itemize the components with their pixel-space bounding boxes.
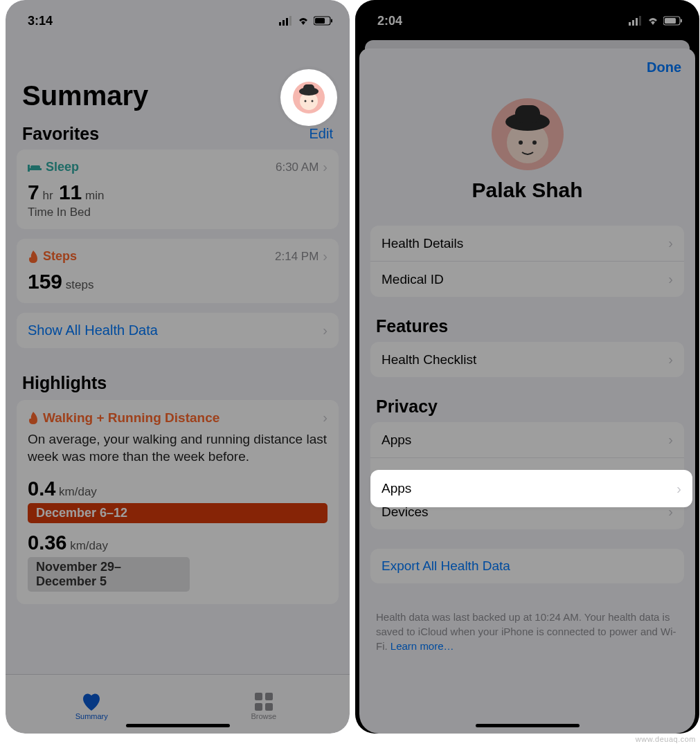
flame-icon: [28, 251, 39, 263]
svg-rect-28: [515, 105, 540, 123]
favorites-title: Favorites: [22, 124, 99, 144]
steps-card[interactable]: Steps 2:14 PM › 159 steps: [17, 239, 339, 303]
svg-rect-19: [629, 22, 631, 26]
status-icons: [279, 16, 333, 26]
phone-summary: 3:14 Summary Favorites Edit Sleep 6:30 A…: [6, 0, 350, 734]
chevron-right-icon: ›: [323, 159, 327, 175]
walking-distance-card[interactable]: Walking + Running Distance › On average,…: [17, 400, 339, 604]
grid-icon: [255, 693, 273, 711]
flame-icon: [28, 412, 39, 424]
walking-body: On average, your walking and running dis…: [28, 431, 327, 465]
medical-id-item[interactable]: Medical ID ›: [370, 261, 684, 297]
sleep-sub: Time In Bed: [28, 206, 327, 219]
chevron-right-icon: ›: [668, 235, 673, 251]
svg-point-29: [519, 140, 523, 145]
svg-point-17: [305, 100, 307, 102]
steps-time: 2:14 PM ›: [275, 248, 327, 264]
svg-rect-9: [30, 165, 40, 169]
favorites-header: Favorites Edit: [6, 124, 350, 149]
health-checklist-item[interactable]: Health Checklist ›: [370, 342, 684, 377]
avatar: [293, 82, 325, 113]
svg-point-30: [532, 140, 537, 145]
health-details-item[interactable]: Health Details ›: [370, 226, 684, 261]
sleep-value: 7 hr 11 min: [28, 181, 327, 204]
steps-value: 159 steps: [28, 270, 327, 293]
steps-label-text: Steps: [43, 249, 77, 264]
learn-more-link[interactable]: Learn more…: [391, 640, 454, 652]
status-time: 2:04: [377, 14, 402, 28]
home-indicator[interactable]: [476, 724, 580, 727]
privacy-title: Privacy: [359, 397, 695, 422]
edit-button[interactable]: Edit: [309, 126, 333, 142]
tab-bar: Summary Browse: [6, 674, 350, 734]
walking-label: Walking + Running Distance: [28, 410, 219, 426]
profile-name: Palak Shah: [359, 179, 695, 202]
svg-rect-11: [265, 693, 273, 700]
svg-rect-3: [289, 16, 291, 26]
profile-avatar[interactable]: [492, 98, 564, 170]
features-group: Health Checklist ›: [370, 342, 684, 377]
done-button[interactable]: Done: [647, 60, 681, 75]
svg-rect-21: [636, 18, 638, 26]
walking-range-primary: December 6–12: [28, 503, 327, 523]
walking-range-secondary: November 29–December 5: [28, 557, 190, 592]
walking-val2: 0.36 km/day: [28, 531, 327, 554]
profile-sheet: Done Palak Shah Health Details › Medical…: [359, 48, 695, 734]
svg-rect-10: [255, 693, 262, 700]
sleep-time: 6:30 AM ›: [276, 159, 327, 175]
wifi-icon: [297, 16, 309, 26]
profile-group: Health Details › Medical ID ›: [370, 226, 684, 297]
features-title: Features: [359, 316, 695, 342]
apps-item[interactable]: Apps ›: [370, 422, 684, 457]
status-time: 3:14: [28, 14, 53, 28]
svg-rect-20: [632, 20, 634, 26]
memoji-icon: [492, 98, 564, 170]
sleep-card[interactable]: Sleep 6:30 AM › 7 hr 11 min Time In Bed: [17, 149, 339, 229]
battery-icon: [314, 16, 333, 26]
memoji-icon: [293, 82, 325, 113]
svg-rect-2: [286, 18, 288, 26]
chevron-right-icon: ›: [668, 432, 673, 448]
svg-rect-1: [282, 20, 285, 26]
svg-point-18: [312, 100, 314, 102]
heart-icon: [81, 693, 102, 711]
svg-rect-13: [265, 703, 273, 711]
backup-footer: Health data was last backed up at 10:24 …: [359, 603, 695, 653]
svg-rect-25: [681, 19, 682, 23]
svg-rect-8: [28, 165, 30, 172]
sleep-label: Sleep: [28, 160, 79, 174]
show-all-health-data[interactable]: Show All Health Data ›: [17, 313, 339, 348]
battery-icon: [663, 16, 683, 26]
bed-icon: [28, 163, 42, 172]
chevron-right-icon: ›: [323, 410, 327, 426]
home-indicator[interactable]: [126, 724, 230, 727]
watermark: www.deuaq.com: [636, 735, 696, 743]
status-bar: 2:04: [355, 0, 699, 33]
cellular-icon: [279, 16, 293, 26]
export-health-data[interactable]: Export All Health Data: [370, 549, 684, 583]
svg-rect-6: [331, 19, 332, 23]
svg-rect-22: [639, 16, 641, 26]
svg-rect-12: [255, 703, 262, 711]
status-icons: [629, 16, 683, 26]
sleep-label-text: Sleep: [46, 160, 79, 174]
svg-rect-24: [665, 18, 676, 24]
chevron-right-icon: ›: [676, 481, 681, 497]
walking-val1: 0.4 km/day: [28, 477, 327, 500]
chevron-right-icon: ›: [668, 271, 673, 287]
wifi-icon: [647, 16, 659, 26]
export-group: Export All Health Data: [370, 549, 684, 583]
steps-label: Steps: [28, 249, 77, 264]
profile-avatar-button[interactable]: [280, 69, 337, 126]
svg-rect-16: [303, 84, 314, 92]
cellular-icon: [629, 16, 643, 26]
chevron-right-icon: ›: [323, 248, 327, 264]
highlights-title: Highlights: [6, 358, 350, 400]
status-bar: 3:14: [6, 0, 350, 33]
phone-profile: 2:04 Done Palak Shah Health Details › Me…: [355, 0, 699, 734]
svg-rect-5: [315, 18, 325, 24]
chevron-right-icon: ›: [323, 322, 327, 338]
apps-item-highlighted[interactable]: Apps ›: [370, 470, 692, 507]
chevron-right-icon: ›: [668, 352, 673, 367]
svg-rect-0: [279, 22, 281, 26]
